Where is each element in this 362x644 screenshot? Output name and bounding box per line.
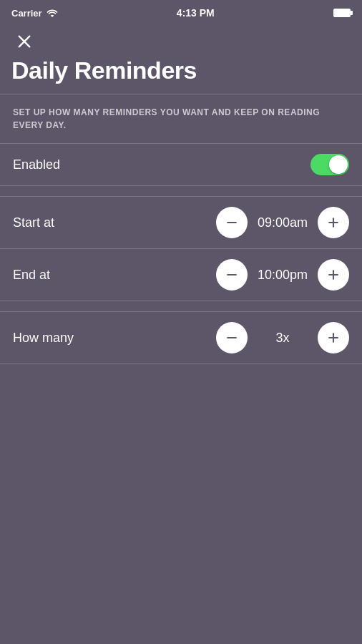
start-at-decrement-button[interactable] [216, 207, 248, 238]
plus-icon [326, 215, 341, 230]
wifi-icon [47, 9, 58, 17]
how-many-stepper: 3x [216, 322, 349, 353]
description-section: SET UP HOW MANY REMINDERS YOU WANT AND K… [0, 94, 362, 143]
start-at-row: Start at 09:00am [0, 197, 362, 248]
page-title: Daily Reminders [11, 57, 351, 84]
minus-icon [225, 215, 239, 230]
battery-container [333, 9, 351, 17]
minus-icon [225, 268, 239, 282]
start-at-increment-button[interactable] [318, 207, 349, 238]
header: Daily Reminders [0, 23, 362, 94]
minus-icon [225, 331, 239, 345]
gap-2 [0, 301, 362, 311]
how-many-label: How many [13, 331, 74, 346]
enabled-toggle[interactable] [310, 154, 349, 175]
how-many-row: How many 3x [0, 312, 362, 364]
end-at-stepper: 10:00pm [216, 259, 349, 291]
divider-after-howmany [0, 364, 362, 364]
plus-icon [326, 268, 341, 282]
end-at-label: End at [13, 268, 50, 283]
how-many-increment-button[interactable] [318, 322, 349, 353]
start-at-label: Start at [13, 215, 54, 230]
end-at-increment-button[interactable] [318, 259, 349, 291]
status-bar: Carrier 4:13 PM [0, 0, 362, 23]
enabled-label: Enabled [13, 157, 60, 172]
start-at-stepper: 09:00am [216, 207, 349, 238]
end-at-decrement-button[interactable] [216, 259, 248, 291]
end-at-row: End at 10:00pm [0, 249, 362, 301]
how-many-value: 3x [258, 331, 308, 346]
status-time: 4:13 PM [177, 7, 215, 19]
toggle-knob [329, 155, 348, 174]
end-at-value: 10:00pm [258, 268, 308, 283]
close-button[interactable] [11, 29, 37, 54]
plus-icon [326, 331, 341, 345]
carrier-info: Carrier [11, 8, 58, 19]
start-at-value: 09:00am [258, 215, 308, 230]
how-many-decrement-button[interactable] [216, 322, 248, 353]
description-text: SET UP HOW MANY REMINDERS YOU WANT AND K… [13, 106, 349, 132]
battery-icon [333, 9, 351, 17]
enabled-row: Enabled [0, 144, 362, 185]
close-icon [16, 34, 32, 49]
gap-1 [0, 186, 362, 196]
carrier-label: Carrier [11, 8, 42, 19]
